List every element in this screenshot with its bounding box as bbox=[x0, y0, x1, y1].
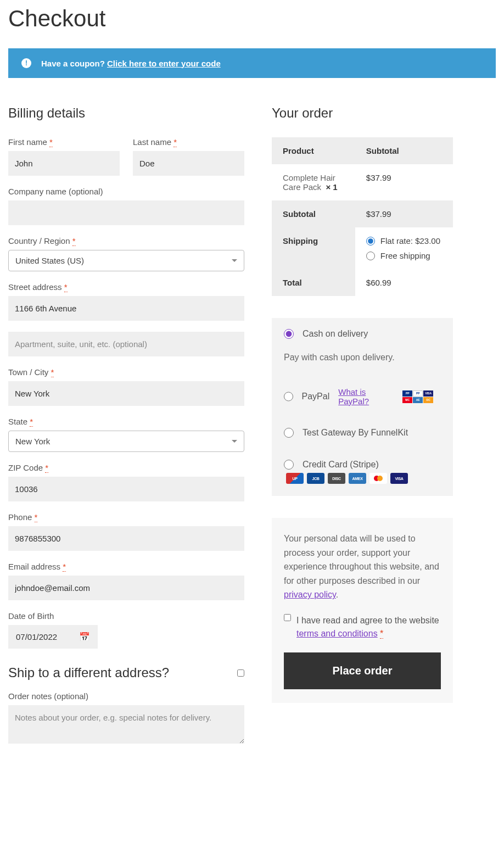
unionpay-icon: UP bbox=[286, 473, 304, 484]
ship-free-label: Free shipping bbox=[380, 251, 430, 260]
payment-test-gateway[interactable]: Test Gateway By FunnelKit bbox=[272, 417, 453, 449]
payment-test-radio[interactable] bbox=[284, 428, 294, 438]
terms-text: I have read and agree to the website ter… bbox=[296, 614, 441, 640]
payment-test-label: Test Gateway By FunnelKit bbox=[303, 428, 408, 438]
order-heading: Your order bbox=[272, 105, 453, 121]
order-total-label: Total bbox=[272, 269, 355, 296]
ship-different-checkbox[interactable] bbox=[237, 669, 244, 677]
place-order-button[interactable]: Place order bbox=[284, 652, 441, 689]
last-name-input[interactable] bbox=[133, 151, 244, 176]
page-title: Checkout bbox=[8, 5, 496, 32]
calendar-icon: 📅 bbox=[79, 632, 90, 642]
mastercard-icon bbox=[369, 473, 387, 484]
order-item-name: Complete Hair Care Pack × 1 bbox=[272, 164, 355, 200]
payment-stripe-label: Credit Card (Stripe) bbox=[303, 460, 379, 470]
city-label: Town / City * bbox=[8, 367, 244, 377]
jcb-icon: JCB bbox=[307, 473, 324, 484]
phone-input[interactable] bbox=[8, 526, 244, 551]
country-select[interactable]: United States (US) bbox=[8, 250, 244, 271]
country-select-value: United States (US) bbox=[15, 256, 84, 265]
state-label: State * bbox=[8, 417, 244, 426]
coupon-text: Have a coupon? Click here to enter your … bbox=[41, 59, 221, 68]
zip-input[interactable] bbox=[8, 477, 244, 501]
first-name-input[interactable] bbox=[8, 151, 120, 176]
dob-value: 07/01/2022 bbox=[16, 632, 57, 641]
order-subtotal-label: Subtotal bbox=[272, 200, 355, 227]
stripe-card-icons: UP JCB DISC AMEX VISA bbox=[286, 473, 441, 484]
terms-checkbox[interactable] bbox=[284, 614, 291, 621]
ship-flat-radio[interactable] bbox=[366, 237, 375, 245]
order-table: Product Subtotal Complete Hair Care Pack… bbox=[272, 137, 453, 296]
chevron-down-icon bbox=[232, 259, 237, 262]
coupon-notice: ! Have a coupon? Click here to enter you… bbox=[8, 48, 496, 78]
payment-stripe[interactable]: Credit Card (Stripe) bbox=[272, 449, 453, 473]
payment-stripe-radio[interactable] bbox=[284, 460, 294, 470]
discover-icon: DISC bbox=[328, 473, 345, 484]
zip-label: ZIP Code * bbox=[8, 463, 244, 472]
city-input[interactable] bbox=[8, 381, 244, 406]
terms-link[interactable]: terms and conditions bbox=[296, 629, 378, 638]
email-label: Email address * bbox=[8, 562, 244, 571]
ship-free-radio[interactable] bbox=[366, 252, 375, 260]
chevron-down-icon bbox=[232, 440, 237, 443]
payment-paypal-label: PayPal bbox=[302, 392, 330, 401]
paypal-what-link[interactable]: What is PayPal? bbox=[338, 387, 394, 406]
coupon-prompt: Have a coupon? bbox=[41, 59, 105, 68]
state-select-value: New York bbox=[15, 437, 50, 446]
privacy-section: Your personal data will be used to proce… bbox=[272, 518, 453, 703]
payment-methods: Cash on delivery Pay with cash upon deli… bbox=[272, 318, 453, 496]
order-head-product: Product bbox=[272, 137, 355, 164]
payment-cod-radio[interactable] bbox=[284, 329, 294, 339]
coupon-link[interactable]: Click here to enter your code bbox=[107, 59, 221, 68]
ship-different-heading: Ship to a different address? bbox=[8, 665, 169, 680]
privacy-policy-link[interactable]: privacy policy bbox=[284, 590, 336, 599]
street-label: Street address * bbox=[8, 282, 244, 292]
order-item-qty: × 1 bbox=[326, 182, 337, 192]
billing-heading: Billing details bbox=[8, 105, 244, 121]
street1-input[interactable] bbox=[8, 296, 244, 321]
payment-cod-label: Cash on delivery bbox=[303, 329, 368, 339]
payment-cod-desc: Pay with cash upon delivery. bbox=[272, 350, 453, 376]
phone-label: Phone * bbox=[8, 512, 244, 522]
dob-label: Date of Birth bbox=[8, 611, 244, 621]
order-head-subtotal: Subtotal bbox=[355, 137, 453, 164]
order-total-value: $60.99 bbox=[355, 269, 453, 296]
ship-option-free[interactable]: Free shipping bbox=[366, 251, 442, 260]
first-name-label: First name * bbox=[8, 137, 120, 147]
country-label: Country / Region * bbox=[8, 236, 244, 245]
amex-icon: AMEX bbox=[349, 473, 366, 484]
email-input[interactable] bbox=[8, 576, 244, 600]
payment-cod[interactable]: Cash on delivery bbox=[272, 318, 453, 350]
privacy-text: Your personal data will be used to proce… bbox=[284, 532, 441, 602]
last-name-label: Last name * bbox=[133, 137, 244, 147]
order-shipping-label: Shipping bbox=[272, 227, 355, 269]
ship-flat-label: Flat rate: $23.00 bbox=[380, 236, 440, 245]
paypal-card-icons: PP PP VISA MC AE DC bbox=[402, 390, 441, 403]
order-subtotal-value: $37.99 bbox=[355, 200, 453, 227]
ship-option-flat[interactable]: Flat rate: $23.00 bbox=[366, 236, 442, 245]
order-notes-label: Order notes (optional) bbox=[8, 691, 244, 701]
state-select[interactable]: New York bbox=[8, 431, 244, 452]
dob-input[interactable]: 07/01/2022 📅 bbox=[8, 625, 98, 649]
info-icon: ! bbox=[21, 58, 31, 68]
company-input[interactable] bbox=[8, 200, 244, 225]
payment-paypal[interactable]: PayPal What is PayPal? PP PP VISA MC AE … bbox=[272, 376, 453, 417]
visa-icon: VISA bbox=[390, 473, 408, 484]
order-item-price: $37.99 bbox=[355, 164, 453, 200]
company-label: Company name (optional) bbox=[8, 187, 244, 196]
street2-input[interactable] bbox=[8, 332, 244, 356]
payment-paypal-radio[interactable] bbox=[284, 392, 293, 401]
order-notes-input[interactable] bbox=[8, 705, 244, 744]
